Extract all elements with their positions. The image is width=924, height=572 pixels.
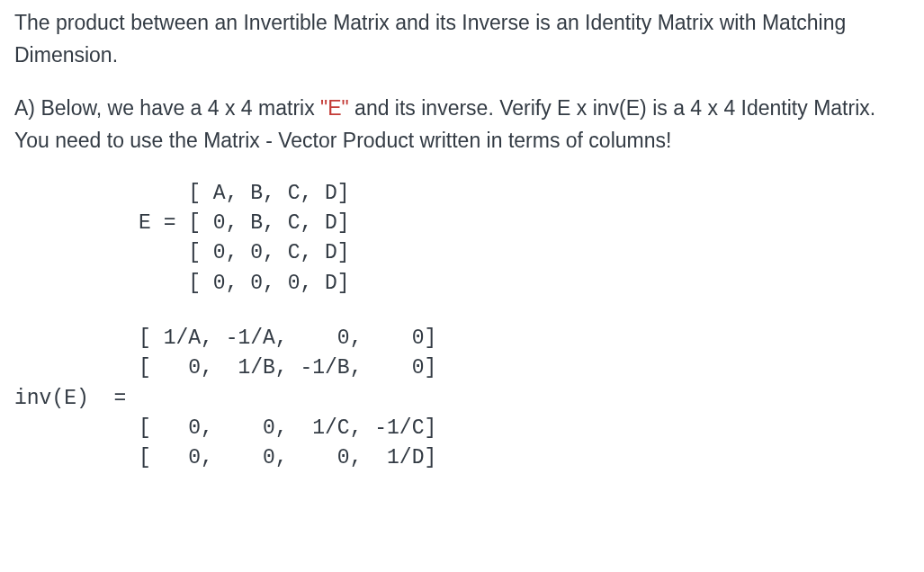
part-a-paragraph: A) Below, we have a 4 x 4 matrix "E" and… [14,93,910,156]
part-a-prefix: A) Below, we have a 4 x 4 matrix [14,96,320,120]
matrix-e-definition: [ A, B, C, D] E = [ 0, B, C, D] [ 0, 0, … [14,179,910,299]
matrix-inv-e-definition: [ 1/A, -1/A, 0, 0] [ 0, 1/B, -1/B, 0] in… [14,324,910,474]
intro-paragraph: The product between an Invertible Matrix… [14,7,910,71]
matrix-e-quoted: "E" [320,96,349,120]
